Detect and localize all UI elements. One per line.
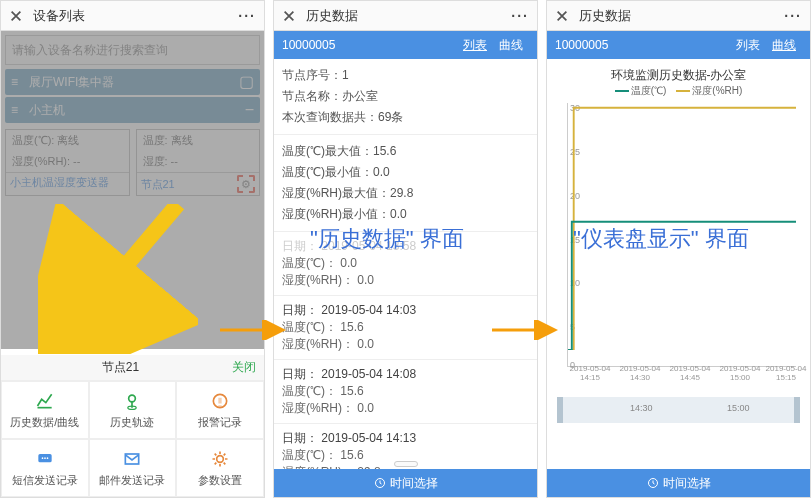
time-select-button[interactable]: 时间选择 xyxy=(274,469,537,497)
arrow-annotation xyxy=(38,204,198,354)
slider-handle-right[interactable] xyxy=(794,397,800,423)
svg-point-5 xyxy=(44,457,46,459)
gear-icon[interactable]: ⚙ xyxy=(237,175,255,193)
sub-header: 10000005 列表 曲线 xyxy=(274,31,537,59)
history-track-button[interactable]: 历史轨迹 xyxy=(89,381,177,439)
device-id: 10000005 xyxy=(555,38,730,52)
collapse-icon[interactable]: − xyxy=(245,103,254,117)
more-icon[interactable]: ··· xyxy=(511,8,529,24)
svg-point-8 xyxy=(217,455,224,462)
mail-record-button[interactable]: 邮件发送记录 xyxy=(89,439,177,497)
collapse-icon[interactable]: ▢ xyxy=(239,75,254,89)
more-icon[interactable]: ··· xyxy=(238,8,256,24)
time-slider[interactable]: 14:30 15:00 xyxy=(557,397,800,423)
more-icon[interactable]: ··· xyxy=(784,8,802,24)
close-button[interactable]: 关闭 xyxy=(232,359,256,376)
close-icon[interactable] xyxy=(282,9,296,23)
annotation-label: "历史数据" 界面 xyxy=(310,224,464,254)
chart-title: 环境监测历史数据-办公室 xyxy=(551,63,806,84)
node-info: 节点序号：1 节点名称：办公室 本次查询数据共：69条 xyxy=(274,59,537,135)
nav-pill xyxy=(394,461,418,467)
param-setting-button[interactable]: 参数设置 xyxy=(176,439,264,497)
device-group-2[interactable]: ≡小主机− xyxy=(5,97,260,123)
legend: 温度(℃) 湿度(%RH) xyxy=(551,84,806,98)
alarm-record-button[interactable]: 报警记录 xyxy=(176,381,264,439)
device-card[interactable]: 温度: 离线 湿度: -- 节点21⚙ xyxy=(136,129,261,196)
svg-point-4 xyxy=(41,457,43,459)
titlebar: 历史数据 ··· xyxy=(547,1,810,31)
clock-icon xyxy=(647,477,659,489)
annotation-label: "仪表盘显示" 界面 xyxy=(573,224,749,254)
log-entry: 日期： 2019-05-04 14:08 温度(℃)： 15.6 湿度(%RH)… xyxy=(274,360,537,424)
tab-list[interactable]: 列表 xyxy=(730,37,766,54)
tab-list[interactable]: 列表 xyxy=(457,37,493,54)
titlebar: 设备列表 ··· xyxy=(1,1,264,31)
svg-line-11 xyxy=(68,204,178,334)
log-list[interactable]: 日期： 2019-05-04 13:58 温度(℃)： 0.0 湿度(%RH)：… xyxy=(274,232,537,488)
device-group-1[interactable]: ≡展厅WIFI集中器▢ xyxy=(5,69,260,95)
slider-handle-left[interactable] xyxy=(557,397,563,423)
bottom-sheet: 节点21 关闭 历史数据/曲线 历史轨迹 报警记录 短信发送记录 邮件发送记录 … xyxy=(1,355,264,497)
title: 历史数据 xyxy=(302,7,511,25)
svg-point-1 xyxy=(128,406,136,409)
title: 设备列表 xyxy=(29,7,238,25)
stats-block: 温度(℃)最大值：15.6 温度(℃)最小值：0.0 湿度(%RH)最大值：29… xyxy=(274,135,537,232)
sheet-title: 节点21 xyxy=(9,359,232,376)
svg-point-0 xyxy=(129,395,136,402)
tab-curve[interactable]: 曲线 xyxy=(766,37,802,54)
close-icon[interactable] xyxy=(555,9,569,23)
time-select-button[interactable]: 时间选择 xyxy=(547,469,810,497)
history-data-button[interactable]: 历史数据/曲线 xyxy=(1,381,89,439)
search-input[interactable]: 请输入设备名称进行搜索查询 xyxy=(5,35,260,65)
device-id: 10000005 xyxy=(282,38,457,52)
clock-icon xyxy=(374,477,386,489)
close-icon[interactable] xyxy=(9,9,23,23)
titlebar: 历史数据 ··· xyxy=(274,1,537,31)
sms-record-button[interactable]: 短信发送记录 xyxy=(1,439,89,497)
device-card[interactable]: 温度(℃): 离线 湿度(%RH): -- 小主机温湿度变送器 xyxy=(5,129,130,196)
svg-point-6 xyxy=(46,457,48,459)
title: 历史数据 xyxy=(575,7,784,25)
arrow-annotation xyxy=(492,320,562,340)
arrow-annotation xyxy=(220,320,290,340)
tab-curve[interactable]: 曲线 xyxy=(493,37,529,54)
sub-header: 10000005 列表 曲线 xyxy=(547,31,810,59)
